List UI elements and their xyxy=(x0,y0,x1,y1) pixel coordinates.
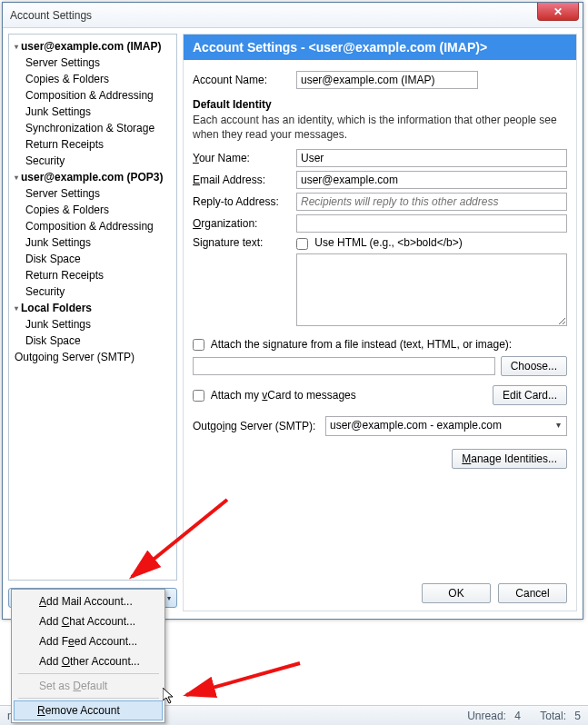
your-name-label: Your Name: xyxy=(193,152,291,164)
tree-account-imap[interactable]: user@example.com (IMAP) xyxy=(11,38,174,55)
total-value: 5 xyxy=(574,710,581,722)
signature-textarea[interactable] xyxy=(296,253,567,326)
use-html-checkbox-label[interactable]: Use HTML (e.g., <b>bold</b>) xyxy=(296,236,463,249)
tree-local-folders[interactable]: Local Folders xyxy=(11,300,174,316)
annotation-arrow-2 xyxy=(173,654,309,709)
choose-file-button[interactable]: Choose... xyxy=(501,356,567,376)
account-name-input[interactable] xyxy=(296,71,478,89)
titlebar: Account Settings ✕ xyxy=(3,3,583,28)
header-prefix: Account Settings - xyxy=(193,40,309,55)
close-icon: ✕ xyxy=(553,5,563,18)
tree-item[interactable]: Synchronization & Storage xyxy=(11,120,174,136)
sig-file-path-input[interactable] xyxy=(193,357,495,375)
attach-vcard-checkbox-label[interactable]: Attach my vCard to messages xyxy=(193,389,487,402)
tree-item[interactable]: Junk Settings xyxy=(11,316,174,333)
use-html-text: Use HTML (e.g., <b>bold</b>) xyxy=(314,236,462,249)
tree-item[interactable]: Junk Settings xyxy=(11,104,174,120)
email-input[interactable] xyxy=(296,171,567,189)
tree-item[interactable]: Disk Space xyxy=(11,333,174,349)
organization-label: Organization: xyxy=(193,217,291,230)
attach-sig-file-text: Attach the signature from a file instead… xyxy=(211,338,512,351)
panel-body: Account Name: Default Identity Each acco… xyxy=(184,60,576,476)
menu-remove-account[interactable]: Remove Account xyxy=(14,700,163,720)
tree-item[interactable]: Server Settings xyxy=(11,185,174,202)
your-name-input[interactable] xyxy=(296,149,567,167)
tree-item[interactable]: Composition & Addressing xyxy=(11,87,174,104)
attach-vcard-text: Attach my vCard to messages xyxy=(211,389,356,402)
menu-set-as-default: Set as Default xyxy=(14,676,163,696)
menu-separator xyxy=(17,673,159,674)
signature-text-label: Signature text: xyxy=(193,236,291,249)
account-tree[interactable]: user@example.com (IMAP) Server Settings … xyxy=(8,34,177,581)
tree-item[interactable]: Security xyxy=(11,153,174,169)
smtp-label: Outgoing Server (SMTP): xyxy=(193,420,320,432)
dropdown-arrow-icon: ▾ xyxy=(167,594,171,602)
smtp-value: user@example.com - example.com xyxy=(330,419,502,432)
account-actions-menu: Add Mail Account... Add Chat Account... … xyxy=(11,589,165,723)
menu-add-mail-account[interactable]: Add Mail Account... xyxy=(14,591,163,611)
tree-item[interactable]: Return Receipts xyxy=(11,267,174,283)
ok-button[interactable]: OK xyxy=(422,583,491,603)
default-identity-title: Default Identity xyxy=(193,98,567,111)
cancel-button[interactable]: Cancel xyxy=(498,583,567,603)
menu-add-feed-account[interactable]: Add Feed Account... xyxy=(14,631,163,651)
svg-line-1 xyxy=(186,663,300,695)
tree-item[interactable]: Junk Settings xyxy=(11,234,174,251)
organization-input[interactable] xyxy=(296,214,567,233)
tree-account-pop3[interactable]: user@example.com (POP3) xyxy=(11,169,174,185)
status-right: Unread: 4 Total: 5 xyxy=(462,710,581,722)
menu-add-other-account[interactable]: Add Other Account... xyxy=(14,651,163,671)
close-button[interactable]: ✕ xyxy=(537,3,579,21)
tree-item[interactable]: Disk Space xyxy=(11,251,174,267)
tree-item[interactable]: Server Settings xyxy=(11,55,174,71)
tree-outgoing-smtp[interactable]: Outgoing Server (SMTP) xyxy=(11,349,174,365)
attach-sig-file-checkbox-label[interactable]: Attach the signature from a file instead… xyxy=(193,338,512,351)
header-account: <user@example.com (IMAP)> xyxy=(309,40,488,55)
unread-label: Unread: xyxy=(467,710,506,722)
tree-item[interactable]: Copies & Folders xyxy=(11,71,174,87)
reply-to-label: Reply-to Address: xyxy=(193,195,291,208)
sidebar-column: user@example.com (IMAP) Server Settings … xyxy=(8,34,177,613)
menu-separator xyxy=(17,698,159,699)
content-area: user@example.com (IMAP) Server Settings … xyxy=(3,28,583,619)
smtp-select[interactable]: user@example.com - example.com xyxy=(325,416,567,436)
edit-card-button[interactable]: Edit Card... xyxy=(493,385,567,405)
main-panel: Account Settings - <user@example.com (IM… xyxy=(183,34,577,611)
attach-vcard-checkbox[interactable] xyxy=(193,390,204,402)
tree-item[interactable]: Composition & Addressing xyxy=(11,218,174,234)
tree-item[interactable]: Security xyxy=(11,283,174,300)
total-label: Total: xyxy=(540,710,566,722)
panel-header: Account Settings - <user@example.com (IM… xyxy=(184,35,576,60)
unread-value: 4 xyxy=(514,710,521,722)
use-html-checkbox[interactable] xyxy=(296,238,308,250)
dialog-button-row: OK Cancel xyxy=(422,583,567,603)
attach-sig-file-checkbox[interactable] xyxy=(193,339,204,351)
menu-add-chat-account[interactable]: Add Chat Account... xyxy=(14,611,163,631)
manage-identities-button[interactable]: Manage Identities... xyxy=(452,449,567,469)
email-label: Email Address: xyxy=(193,174,291,186)
account-name-label: Account Name: xyxy=(193,74,291,86)
account-settings-window: Account Settings ✕ user@example.com (IMA… xyxy=(2,2,583,620)
tree-item[interactable]: Copies & Folders xyxy=(11,202,174,218)
window-title: Account Settings xyxy=(10,9,92,22)
tree-item[interactable]: Return Receipts xyxy=(11,136,174,153)
reply-to-input[interactable] xyxy=(296,193,567,211)
identity-description: Each account has an identity, which is t… xyxy=(193,113,567,142)
